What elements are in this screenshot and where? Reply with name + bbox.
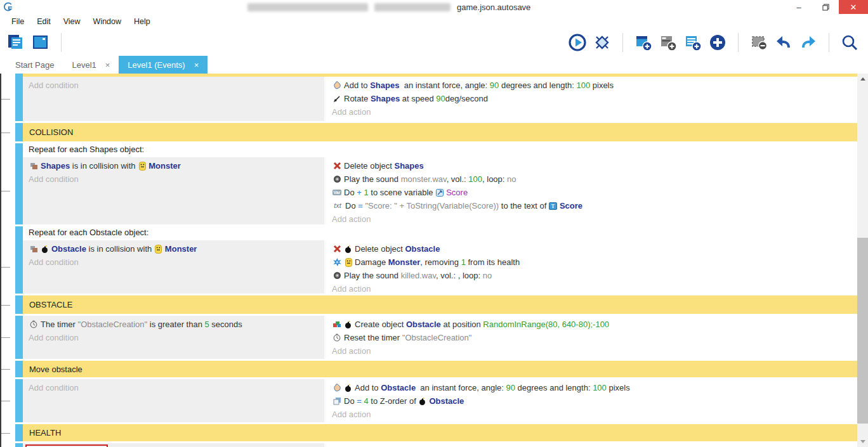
add-condition-placeholder[interactable]: Add condition <box>29 331 324 344</box>
action-variable[interactable]: Var Do + 1 to scene variable Score <box>332 186 857 199</box>
minimize-button[interactable]: – <box>786 0 812 14</box>
menu-help[interactable]: Help <box>128 15 157 28</box>
add-action-placeholder[interactable]: Add action <box>332 344 857 358</box>
window-title-text: game.json.autosave <box>457 3 530 12</box>
conditions-cell[interactable]: Obstacle is in collision with Monster Ad… <box>23 240 326 294</box>
condition-collision[interactable]: Shapes is in collision with Monster <box>29 159 324 172</box>
add-action-placeholder[interactable]: Add action <box>332 408 857 421</box>
conditions-cell[interactable]: The timer "ObstacleCreation" is greater … <box>23 316 326 359</box>
scroll-down-arrow-icon[interactable] <box>857 436 868 447</box>
action-text: Delete object <box>355 244 405 254</box>
create-object-icon <box>332 320 342 329</box>
add-subevent-icon[interactable] <box>659 33 678 52</box>
conditions-cell[interactable]: Shapes is in collision with Monster Add … <box>23 157 326 224</box>
play-preview-icon[interactable] <box>568 33 587 52</box>
delete-event-icon[interactable] <box>749 33 768 52</box>
action-rotate[interactable]: Rotate Shapes at speed 90deg/second <box>332 92 857 105</box>
actions-cell[interactable]: Create object Obstacle at position Rando… <box>326 316 857 359</box>
conditions-cell[interactable]: Add condition <box>23 77 326 121</box>
search-icon[interactable] <box>840 33 859 52</box>
add-action-placeholder[interactable]: Add action <box>332 282 857 295</box>
action-text: , vol.: , loop: <box>436 271 483 280</box>
tab-label: Start Page <box>15 60 54 70</box>
group-header-obstacle[interactable]: OBSTACLE <box>1 295 857 314</box>
actions-cell[interactable]: Add to Shapes an instant force, angle: 9… <box>326 77 857 121</box>
action-delete[interactable]: Delete object Shapes <box>332 159 857 172</box>
action-text: Reset the timer <box>344 333 402 342</box>
tab-label: Level1 (Events) <box>128 60 185 70</box>
add-event-icon[interactable] <box>634 33 653 52</box>
scrollbar-track[interactable] <box>857 84 868 436</box>
annotation-highlight-box <box>25 444 108 447</box>
add-comment-icon[interactable] <box>683 33 702 52</box>
text-action-icon: txt <box>332 202 343 211</box>
project-manager-icon[interactable] <box>5 33 24 52</box>
action-text: Add to <box>355 383 381 392</box>
bomb-icon <box>344 245 353 254</box>
menu-file[interactable]: File <box>5 15 30 28</box>
tab-level1[interactable]: Level1× <box>63 56 119 74</box>
event-row[interactable]: Add condition Add to Shapes an instant f… <box>1 77 857 121</box>
action-damage[interactable]: Damage Monster, removing 1 from its heal… <box>332 256 857 269</box>
action-z-order[interactable]: Do = 4 to Z-order of Obstacle <box>332 394 857 408</box>
actions-cell[interactable]: Add to Obstacle an instant force, angle:… <box>326 379 857 422</box>
event-row[interactable]: Repeat for each Obstacle object: Obstacl… <box>1 226 857 294</box>
undo-icon[interactable] <box>774 33 793 52</box>
action-delete[interactable]: Delete object Obstacle <box>332 242 857 256</box>
condition-collision[interactable]: Obstacle is in collision with Monster <box>29 242 324 256</box>
repeat-header[interactable]: Repeat for each Obstacle object: <box>23 226 857 240</box>
action-set-text[interactable]: txt Do = "Score: " + ToString(Variable(S… <box>332 199 857 212</box>
repeat-header[interactable]: Repeat for each Shapes object: <box>23 143 857 157</box>
action-play-sound[interactable]: Play the sound monster.wav, vol.: 100, l… <box>332 172 857 186</box>
toolbar-separator <box>622 33 623 52</box>
event-row[interactable]: Add condition Add action <box>1 443 857 447</box>
scrollbar-thumb[interactable] <box>857 238 868 424</box>
menu-view[interactable]: View <box>57 15 87 28</box>
group-header-health[interactable]: HEALTH <box>1 424 857 441</box>
action-add-force[interactable]: Add to Obstacle an instant force, angle:… <box>332 381 857 394</box>
add-condition-placeholder[interactable]: Add condition <box>29 172 324 186</box>
menu-edit[interactable]: Edit <box>30 15 57 28</box>
conditions-cell[interactable]: Add condition <box>23 379 326 422</box>
action-text: Delete object <box>344 161 395 171</box>
add-action-placeholder[interactable]: Add action <box>332 105 857 119</box>
condition-timer[interactable]: The timer "ObstacleCreation" is greater … <box>29 318 324 331</box>
add-condition-placeholder[interactable]: Add condition <box>29 381 324 394</box>
scroll-up-arrow-icon[interactable] <box>857 74 868 84</box>
scene-window-icon[interactable] <box>30 33 49 52</box>
close-button[interactable]: ✕ <box>839 0 868 14</box>
action-text: Do <box>344 396 357 406</box>
tab-close-icon[interactable]: × <box>105 60 110 70</box>
actions-cell[interactable]: Add action <box>326 443 857 447</box>
action-reset-timer[interactable]: Reset the timer "ObstacleCreation" <box>332 331 857 344</box>
actions-cell[interactable]: Delete object Obstacle Damage Monster, r… <box>326 240 857 294</box>
restore-button[interactable] <box>812 0 839 14</box>
condition-text: The timer <box>41 320 78 329</box>
add-circle-icon[interactable] <box>708 33 727 52</box>
tab-start-page[interactable]: Start Page <box>6 56 63 74</box>
group-header-move-obstacle[interactable]: Move obstacle <box>1 361 857 377</box>
tab-close-icon[interactable]: × <box>194 60 199 70</box>
action-create-object[interactable]: Create object Obstacle at position Rando… <box>332 318 857 331</box>
action-add-force[interactable]: Add to Shapes an instant force, angle: 9… <box>332 79 857 92</box>
actions-cell[interactable]: Delete object Shapes Play the sound mons… <box>326 157 857 224</box>
tab-level1-events[interactable]: Level1 (Events)× <box>119 56 207 74</box>
vertical-scrollbar[interactable] <box>857 74 868 447</box>
conditions-cell[interactable]: Add condition <box>23 443 326 447</box>
action-play-sound[interactable]: Play the sound killed.wav, vol.: , loop:… <box>332 269 857 282</box>
add-condition-placeholder[interactable]: Add condition <box>29 79 324 92</box>
add-action-placeholder[interactable]: Add action <box>332 212 857 226</box>
event-row[interactable]: The timer "ObstacleCreation" is greater … <box>1 316 857 359</box>
add-condition-placeholder[interactable]: Add condition <box>29 256 324 269</box>
debug-icon[interactable] <box>593 33 612 52</box>
tab-bar: Start Page Level1× Level1 (Events)× <box>0 56 868 74</box>
param-value: no <box>483 271 492 280</box>
event-row[interactable]: Add condition Add to Obstacle an instant… <box>1 379 857 422</box>
param-value: 100 <box>468 174 482 184</box>
delete-cross-icon <box>332 162 342 171</box>
action-text: Create object <box>355 320 406 329</box>
redo-icon[interactable] <box>799 33 818 52</box>
event-row[interactable]: Repeat for each Shapes object: Shapes is… <box>1 143 857 224</box>
group-header-collision[interactable]: COLLISION <box>1 123 857 141</box>
menu-window[interactable]: Window <box>87 15 128 28</box>
